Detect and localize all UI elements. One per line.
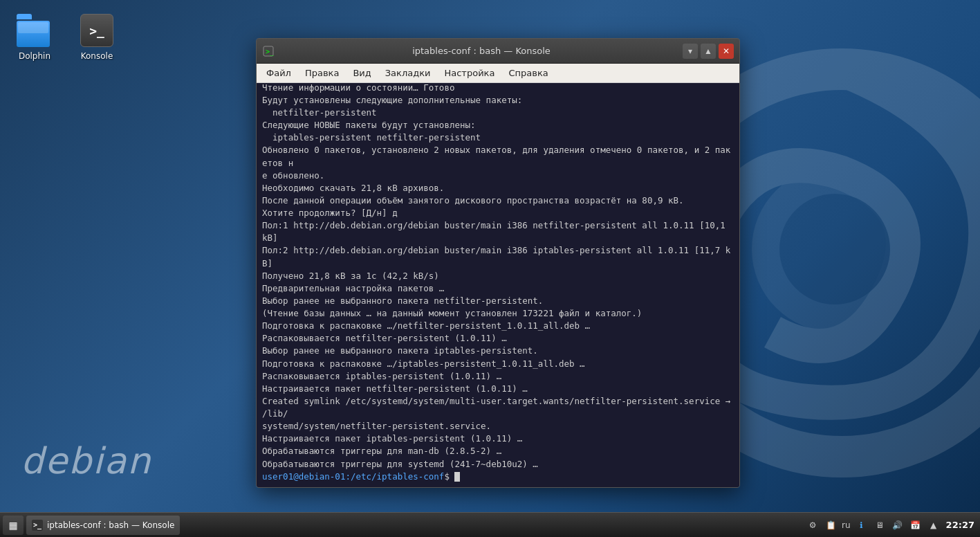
dolphin-label: Dolphin <box>19 51 50 61</box>
menu-file[interactable]: Файл <box>259 66 298 80</box>
terminal-line: Подготовка к распаковке …/netfilter-pers… <box>262 320 734 332</box>
menu-edit[interactable]: Правка <box>298 66 346 80</box>
menu-settings[interactable]: Настройка <box>437 66 501 80</box>
terminal-line: Предварительная настройка пакетов … <box>262 282 734 295</box>
terminal-output[interactable]: root@debian-01:/etc/iptables-conf# su us… <box>257 83 739 487</box>
title-bar: >_ iptables-conf : bash — Konsole ▾ ▲ ✕ <box>257 39 739 64</box>
taskbar: ▦ >_ iptables-conf : bash — Konsole ⚙ 📋 … <box>0 512 980 537</box>
terminal-line: Распаковывается netfilter-persistent (1.… <box>262 332 734 345</box>
terminal-line: Получено 21,8 кВ за 1с (42,2 kB/s) <box>262 270 734 282</box>
terminal-line: (Чтение базы данных … на данный момент у… <box>262 307 734 320</box>
window-controls: ▾ ▲ ✕ <box>683 44 734 59</box>
taskbar-right: ⚙ 📋 ru ℹ 🖥 🔊 📅 ▲ 22:27 <box>800 518 980 532</box>
dolphin-folder-icon <box>17 12 53 48</box>
terminal-line: Обрабатываются триггеры для systemd (241… <box>262 458 734 471</box>
konsole-icon-img: >_ <box>79 12 115 48</box>
menu-view[interactable]: Вид <box>346 66 378 80</box>
terminal-line: systemd/system/netfilter-persistent.serv… <box>262 420 734 433</box>
dolphin-icon[interactable]: Dolphin <box>7 7 62 66</box>
taskbar-app-icon: >_ <box>32 520 43 531</box>
konsole-label: Konsole <box>81 51 113 61</box>
taskbar-active-app[interactable]: >_ iptables-conf : bash — Konsole <box>26 516 180 535</box>
terminal-line: Подготовка к распаковке …/iptables-persi… <box>262 358 734 370</box>
terminal-line: Распаковывается iptables-persistent (1.0… <box>262 370 734 383</box>
terminal-line: Пол:1 http://deb.debian.org/debian buste… <box>262 219 734 244</box>
tray-info-icon[interactable]: ℹ <box>855 518 869 532</box>
tray-settings-icon[interactable]: ⚙ <box>806 518 820 532</box>
konsole-window: >_ iptables-conf : bash — Konsole ▾ ▲ ✕ … <box>256 38 740 488</box>
terminal-line: netfilter-persistent <box>262 107 734 119</box>
terminal-line: е обновлено. <box>262 170 734 182</box>
terminal-line: Настраивается пакет netfilter-persistent… <box>262 383 734 395</box>
svg-point-2 <box>779 194 890 304</box>
window-minimize-btn[interactable]: ▲ <box>701 44 716 59</box>
taskbar-left: ▦ >_ iptables-conf : bash — Konsole <box>0 516 183 535</box>
menu-help[interactable]: Справка <box>501 66 555 80</box>
taskbar-app-label: iptables-conf : bash — Konsole <box>47 520 174 530</box>
taskbar-start-button[interactable]: ▦ <box>3 516 24 535</box>
konsole-prompt-symbol: >_ <box>89 24 104 38</box>
title-bar-prompt-icon: >_ <box>262 45 275 57</box>
terminal-line: Необходимо скачать 21,8 кВ архивов. <box>262 182 734 194</box>
menu-bar: Файл Правка Вид Закладки Настройка Справ… <box>257 64 739 83</box>
terminal-line: Выбор ранее не выбранного пакета netfilt… <box>262 295 734 307</box>
cursor-blink <box>454 472 460 482</box>
desktop-icons-container: Dolphin >_ Konsole <box>7 7 124 66</box>
terminal-line: Настраивается пакет iptables-persistent … <box>262 433 734 445</box>
system-tray: ⚙ 📋 ru ℹ 🖥 🔊 📅 ▲ <box>806 518 941 532</box>
terminal-line: Обрабатываются триггеры для man-db (2.8.… <box>262 445 734 457</box>
taskbar-clock: 22:27 <box>946 520 974 530</box>
start-icon: ▦ <box>8 520 17 531</box>
window-title: iptables-conf : bash — Konsole <box>280 46 683 56</box>
terminal-line: user01@debian-01:/etc/iptables-conf$ <box>262 471 734 483</box>
window-dropdown-btn[interactable]: ▾ <box>683 44 698 59</box>
terminal-line: После данной операции объём занятого дис… <box>262 194 734 207</box>
terminal-line: Будут установлены следующие дополнительн… <box>262 94 734 107</box>
terminal-line: Обновлено 0 пакетов, установлено 2 новых… <box>262 144 734 169</box>
tray-language-indicator[interactable]: ru <box>842 520 851 530</box>
terminal-line: Пол:2 http://deb.debian.org/debian buste… <box>262 244 734 269</box>
terminal-line: Created symlink /etc/systemd/system/mult… <box>262 395 734 420</box>
tray-expand-icon[interactable]: ▲ <box>927 518 941 532</box>
terminal-line: Чтение информации о состоянии… Готово <box>262 83 734 94</box>
konsole-icon[interactable]: >_ Konsole <box>69 7 124 66</box>
svg-text:>_: >_ <box>266 48 275 56</box>
terminal-line: Выбор ранее не выбранного пакета iptable… <box>262 345 734 357</box>
tray-clipboard-icon[interactable]: 📋 <box>824 518 838 532</box>
window-close-btn[interactable]: ✕ <box>719 44 734 59</box>
tray-volume-icon[interactable]: 🔊 <box>891 518 905 532</box>
desktop: Dolphin >_ Konsole debian >_ iptables-co… <box>0 0 980 537</box>
menu-bookmarks[interactable]: Закладки <box>378 66 438 80</box>
debian-logo-text: debian <box>21 440 151 482</box>
terminal-line: Следующие НОВЫЕ пакеты будут установлены… <box>262 119 734 131</box>
terminal-line: iptables-persistent netfilter-persistent <box>262 131 734 144</box>
tray-calendar-icon[interactable]: 📅 <box>909 518 923 532</box>
terminal-line: Хотите продолжить? [Д/н] д <box>262 207 734 219</box>
tray-display-icon[interactable]: 🖥 <box>873 518 887 532</box>
